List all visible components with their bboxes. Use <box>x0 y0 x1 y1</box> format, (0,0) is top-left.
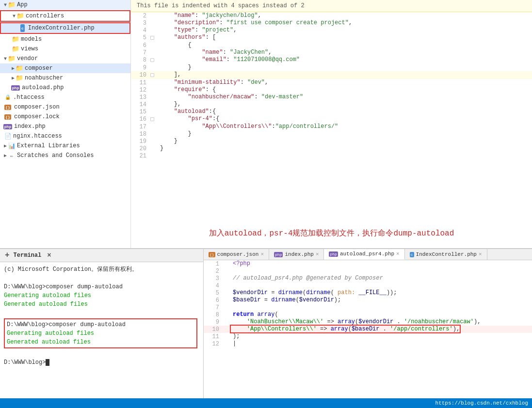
tab-composer-json[interactable]: {} composer.json × <box>204 249 269 260</box>
terminal-content[interactable]: (c) Microsoft Corporation。保留所有权利。 D:\WWW… <box>0 262 203 398</box>
tab-label: index.php <box>285 251 313 257</box>
tab-indexcontroller[interactable]: c IndexController.php × <box>405 249 487 260</box>
line-content: } <box>158 145 532 152</box>
sidebar-item-noahbuscher[interactable]: ▶ 📁 noahbuscher <box>0 73 130 83</box>
line-content: "autoload":{ <box>158 108 532 115</box>
tab-label: IndexController.php <box>416 251 477 257</box>
sidebar-item-app[interactable]: ▼ 📁 App <box>0 0 130 10</box>
line-content <box>231 304 532 311</box>
php-icon: php <box>4 123 12 130</box>
terminal-highlight-block: D:\WWW\blog>composer dump-autoload Gener… <box>4 318 197 348</box>
code-line: 4 <box>204 282 532 289</box>
line-number: 7 <box>131 49 150 56</box>
line-gutter <box>150 108 158 115</box>
sidebar-label: controllers <box>26 13 64 19</box>
line-gutter <box>150 115 158 123</box>
line-number: 9 <box>204 318 223 326</box>
tab-close-button[interactable]: × <box>479 251 482 257</box>
sidebar-item-models[interactable]: 📁 models <box>0 34 130 44</box>
line-gutter <box>223 311 231 318</box>
code-line: 21 <box>131 152 532 159</box>
sidebar-item-controllers[interactable]: ▼ 📁 controllers <box>0 10 130 22</box>
line-gutter <box>223 282 231 289</box>
code-line: 2 "name": "jackychen/blog", <box>131 12 532 19</box>
sidebar-label: models <box>21 36 42 43</box>
line-gutter <box>150 34 158 42</box>
tab-close-button[interactable]: × <box>260 251 264 257</box>
php-c-icon: c <box>20 24 25 32</box>
terminal-x-button[interactable]: × <box>47 251 51 259</box>
sidebar-item-views[interactable]: 📁 views <box>0 44 130 54</box>
line-gutter <box>150 138 158 145</box>
sidebar-item-htaccess[interactable]: 🔒 .htaccess <box>0 93 130 102</box>
line-gutter <box>223 275 231 282</box>
line-gutter <box>150 101 158 108</box>
line-content: } <box>158 138 532 145</box>
folder-open-icon: 📁 <box>8 55 16 63</box>
tab-label: autoload_psr4.php <box>340 251 394 257</box>
line-content <box>231 267 532 275</box>
tab-autoload-psr4[interactable]: php autoload_psr4.php × <box>324 249 404 260</box>
sidebar-item-composer[interactable]: ▶ 📁 composer <box>0 63 130 73</box>
folder-open-icon: 📁 <box>8 1 16 9</box>
code-line: 12 "require": { <box>131 86 532 94</box>
line-content: "description": "first use composer creat… <box>158 19 532 27</box>
terminal-add-button[interactable]: + <box>5 251 10 260</box>
code-line: 14 }, <box>131 101 532 108</box>
sidebar-label: noahbuscher <box>25 75 63 81</box>
line-content: "psr-4":{ <box>158 115 532 123</box>
sidebar-label: index.php <box>14 123 46 130</box>
sidebar-item-scratches[interactable]: ▶ ✏️ Scratches and Consoles <box>0 151 130 160</box>
code-line: 3 // autoload_psr4.php @generated by Com… <box>204 275 532 282</box>
sidebar-item-indexcontroller[interactable]: c IndexController.php <box>0 22 130 34</box>
line-number: 7 <box>204 304 223 311</box>
code-line: 7 <box>204 304 532 311</box>
bottom-code-lines: 1 <?php 2 3 // autoload_psr4.php @genera… <box>204 260 532 347</box>
line-content: $vendorDir = dirname(dirname( path: __FI… <box>231 289 532 297</box>
line-content: "name": "jackychen/blog", <box>158 12 532 19</box>
code-line: 5 $vendorDir = dirname(dirname( path: __… <box>204 289 532 297</box>
code-line: 6 { <box>131 42 532 49</box>
line-number: 4 <box>204 282 223 289</box>
line-content: } <box>158 130 532 138</box>
code-lines: 2 "name": "jackychen/blog", 3 "descripti… <box>131 12 532 159</box>
code-line: 13 "noahbuscher/macaw": "dev-master" <box>131 94 532 101</box>
line-content: $baseDir = dirname($vendorDir); <box>231 297 532 304</box>
sidebar-item-composer-lock[interactable]: {} composer.lock <box>0 112 130 122</box>
sidebar-item-index-php[interactable]: php index.php <box>0 122 130 131</box>
arrow-icon: ▼ <box>4 56 7 62</box>
line-number: 11 <box>131 79 150 86</box>
code-editor[interactable]: 2 "name": "jackychen/blog", 3 "descripti… <box>131 12 532 219</box>
caption-area: 加入autoload，psr-4规范加载控制文件，执行命令dump-autolo… <box>131 219 532 248</box>
line-gutter <box>150 42 158 49</box>
bottom-code-editor[interactable]: 1 <?php 2 3 // autoload_psr4.php @genera… <box>204 260 532 398</box>
tab-index-php[interactable]: php index.php × <box>269 249 324 260</box>
line-content: "authors": [ <box>158 34 532 42</box>
line-number: 20 <box>131 145 150 152</box>
sidebar-label: composer <box>25 65 53 72</box>
line-gutter <box>150 123 158 130</box>
code-line: 20 } <box>131 145 532 152</box>
sidebar-item-autoload[interactable]: php autoload.php <box>0 83 130 93</box>
arrow-icon: ▶ <box>12 65 15 71</box>
line-gutter <box>150 56 158 64</box>
line-number: 8 <box>131 56 150 64</box>
terminal-line <box>4 274 199 282</box>
sidebar-label: External Libraries <box>17 142 80 149</box>
line-content: }, <box>158 101 532 108</box>
code-line: 17 "App\\Controllers\\":"app/controllers… <box>131 123 532 130</box>
sidebar-item-ext-libs[interactable]: ▶ 📊 External Libraries <box>0 141 130 151</box>
line-gutter <box>223 267 231 275</box>
sidebar-label: .htaccess <box>13 94 45 101</box>
line-gutter <box>223 297 231 304</box>
sidebar-item-composer-json[interactable]: {} composer.json <box>0 102 130 112</box>
library-icon: 📊 <box>8 142 16 150</box>
code-line: 10 'App\\Controllers\\' => array($baseDi… <box>204 326 532 333</box>
tab-close-button[interactable]: × <box>396 251 400 257</box>
code-line: 3 "description": "first use composer cre… <box>131 19 532 27</box>
sidebar-item-vendor[interactable]: ▼ 📁 vendor <box>0 54 130 63</box>
line-gutter <box>223 289 231 297</box>
tab-close-button[interactable]: × <box>316 251 319 257</box>
terminal-line: D:\WWW\blog>| <box>4 358 199 367</box>
sidebar-item-nginx[interactable]: 📄 nginx.htaccess <box>0 131 130 141</box>
